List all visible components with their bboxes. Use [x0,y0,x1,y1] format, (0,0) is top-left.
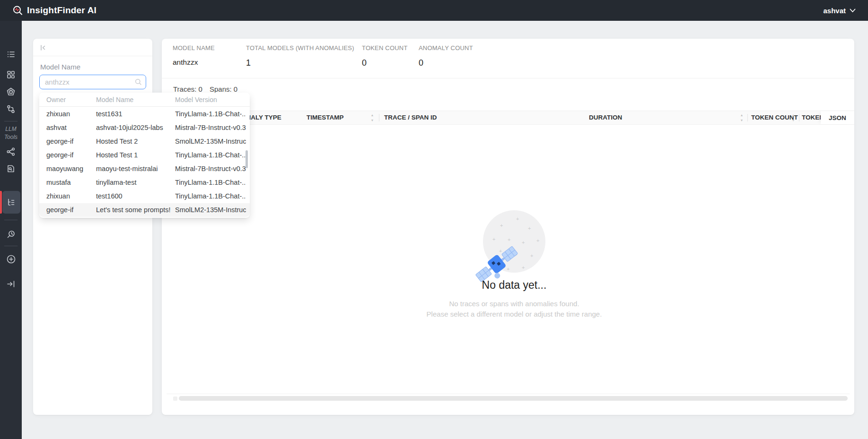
brand-title: InsightFinder AI [27,5,96,16]
sparkle-icon: + [500,223,503,228]
chevron-down-icon [850,9,856,13]
model-select-dropdown: Owner Model Name Model Version zhixuante… [39,93,250,218]
empty-state-illustration: + + + + + + + + + + + + [483,210,545,273]
dropdown-cell-model-version: SmolLM2-135M-Instruct [175,203,246,217]
sort-token-count-icon[interactable]: ▲▼ [791,112,796,123]
collapse-panel-button[interactable] [38,43,48,53]
empty-state-hint: Please select a different model or adjus… [325,310,703,318]
sparkle-icon: + [516,216,519,222]
dropdown-cell-model-name: Hosted Test 2 [96,135,138,148]
insightfinder-logo-icon [12,5,23,16]
dropdown-cell-model-version: Mistral-7B-Instruct-v0.3 [175,121,246,135]
dropdown-cell-model-version: Mistral-7B-Instruct-v0.3 [175,162,246,176]
user-menu[interactable]: ashvat [823,7,856,15]
branch-flow-icon [6,104,16,114]
sidebar-item-add[interactable] [0,250,22,267]
panel-header [33,39,152,56]
sidebar-item-exit[interactable] [0,275,22,293]
dropdown-row[interactable]: mustafatinyllama-testTinyLlama-1.1B-Chat… [39,176,250,189]
dropdown-header: Owner Model Name Model Version [39,93,250,107]
sidebar-item-dashboard[interactable] [0,66,22,83]
dropdown-cell-owner: zhixuan [46,189,70,203]
model-name-label: Model Name [40,63,80,71]
stat-total-models: TOTAL MODELS (WITH ANOMALIES) 1 [246,44,354,68]
dropdown-col-model-name: Model Name [96,93,133,107]
sidebar-item-models[interactable] [0,83,22,100]
dropdown-cell-owner: george-if [46,203,73,217]
dropdown-cell-model-name: test1600 [96,189,123,203]
sidebar-item-workflow[interactable] [0,101,22,118]
sidebar-item-trace-anomalies[interactable] [0,194,22,211]
column-trace-span-id: TRACE / SPAN ID [384,111,437,124]
top-bar: InsightFinder AI ashvat [0,0,868,21]
sidebar-item-prompt-inspection[interactable] [0,160,22,177]
dropdown-scrollbar[interactable] [245,150,248,168]
dropdown-row[interactable]: maoyuwangmaoyu-test-mistralaiMistral-7B-… [39,162,250,176]
sidebar-item-event-list[interactable] [0,46,22,63]
dropdown-row[interactable]: george-ifLet's test some prompts!SmolLM2… [39,203,250,217]
list-icon [6,50,16,59]
stat-model-name: MODEL NAME anthzzx [173,44,215,67]
dropdown-cell-model-name: maoyu-test-mistralai [96,162,158,176]
dropdown-row[interactable]: zhixuantest1631TinyLlama-1.1B-Chat-... [39,107,250,121]
column-divider [379,114,379,121]
model-search-input[interactable] [39,75,146,89]
column-divider [799,114,799,121]
sidebar-item-llm-evaluation[interactable] [0,143,22,160]
column-json: JSON [821,111,854,124]
pentagon-gem-icon [6,87,16,96]
dropdown-cell-owner: mustafa [46,176,71,189]
dropdown-col-model-version: Model Version [175,93,217,107]
dropdown-row[interactable]: george-ifHosted Test 2SmolLM2-135M-Instr… [39,135,250,148]
column-token-clipped[interactable]: TOKEN [802,111,821,124]
results-table-header: ANOMALY TYPE TIMESTAMP ▲▼ TRACE / SPAN I… [162,111,854,125]
dropdown-cell-owner: ashvat [46,121,67,135]
dropdown-cell-model-version: TinyLlama-1.1B-Chat-... [175,176,246,189]
app-shell: LLM Tools [0,21,868,439]
dropdown-cell-model-name: ashvat-10jul2025-labs [96,121,163,135]
dropdown-cell-model-version: TinyLlama-1.1B-Chat-... [175,148,246,162]
search-icon [135,78,142,87]
dropdown-cell-model-version: TinyLlama-1.1B-Chat-... [175,189,246,203]
dashboard-grid-icon [6,70,16,79]
column-duration[interactable]: DURATION [589,111,622,124]
sparkle-icon: + [528,225,531,231]
column-timestamp[interactable]: TIMESTAMP [307,111,344,124]
empty-state-title: No data yet... [372,279,656,292]
scrollbar-track-end [173,396,177,401]
dropdown-cell-model-name: tinyllama-test [96,176,136,189]
share-nodes-icon [6,147,16,156]
sidebar-divider [4,246,18,246]
dropdown-cell-model-name: test1631 [96,107,123,121]
tab-traces[interactable]: Traces: 0 [173,85,202,93]
sidebar-item-search-history[interactable] [0,226,22,243]
horizontal-scrollbar[interactable] [179,396,848,401]
dropdown-row[interactable]: zhixuantest1600TinyLlama-1.1B-Chat-... [39,189,250,203]
dropdown-col-owner: Owner [46,93,66,107]
dropdown-row-list: zhixuantest1631TinyLlama-1.1B-Chat-...as… [39,107,250,217]
sidebar-divider [4,121,18,121]
search-clock-icon [6,230,16,239]
stat-token-count: TOKEN COUNT 0 [362,44,408,68]
dropdown-cell-owner: george-if [46,148,73,162]
sparkle-icon: + [536,238,539,243]
divider [162,78,854,78]
column-divider [747,114,748,121]
dropdown-row[interactable]: ashvatashvat-10jul2025-labsMistral-7B-In… [39,121,250,135]
trace-results-panel: MODEL NAME anthzzx TOTAL MODELS (WITH AN… [162,39,854,415]
tab-spans[interactable]: Spans: 0 [210,85,237,93]
exit-arrow-icon [6,279,16,289]
sort-duration-icon[interactable]: ▲▼ [739,112,744,123]
stat-anomaly-count: ANOMALY COUNT 0 [419,44,473,68]
document-search-icon [6,164,16,173]
sidebar-nav: LLM Tools [0,21,22,439]
sort-timestamp-icon[interactable]: ▲▼ [370,112,375,123]
empty-state-message: No traces or spans with anomalies found. [325,300,703,308]
dropdown-cell-model-version: TinyLlama-1.1B-Chat-... [175,107,246,121]
sparkle-icon: + [530,253,533,258]
user-name: ashvat [823,7,846,15]
sidebar-section-llm-tools: LLM Tools [0,125,22,141]
dropdown-row[interactable]: george-ifHosted Test 1TinyLlama-1.1B-Cha… [39,148,250,162]
active-indicator [0,191,2,214]
dropdown-cell-model-name: Let's test some prompts! [96,203,171,217]
